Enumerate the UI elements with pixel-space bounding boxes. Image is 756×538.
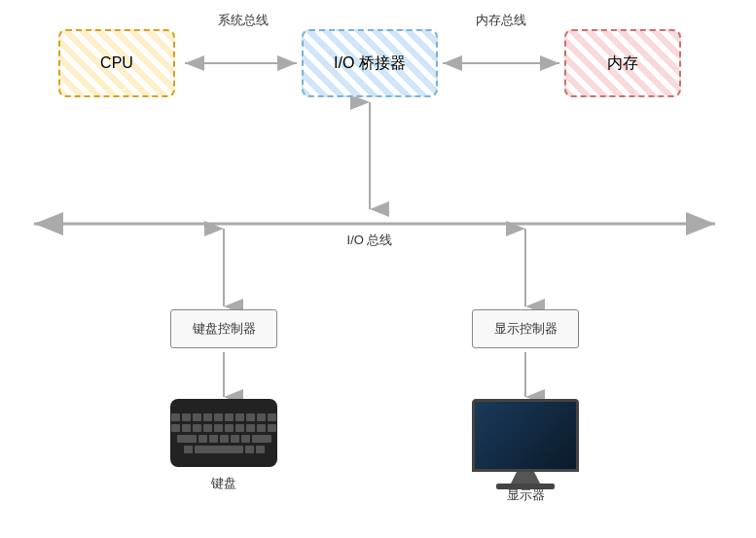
memory-label: 内存 <box>607 54 638 74</box>
io-bridge-label: I/O 桥接器 <box>334 54 406 74</box>
cpu-box: CPU <box>58 29 175 97</box>
diagram: CPU 系统总线 I/O 桥接器 内存总线 内存 I/O 总线 键盘控制器 显示… <box>0 0 756 538</box>
monitor-screen <box>472 399 579 472</box>
system-bus-label: 系统总线 <box>185 12 302 29</box>
io-bus-label: I/O 总线 <box>292 232 448 249</box>
monitor-stand <box>511 472 540 484</box>
io-bridge-box: I/O 桥接器 <box>302 29 438 97</box>
keyboard-icon <box>170 399 277 467</box>
monitor-device-label: 显示器 <box>472 486 579 504</box>
cpu-label: CPU <box>100 54 133 72</box>
monitor-icon <box>472 399 579 489</box>
memory-bus-label: 内存总线 <box>443 12 559 29</box>
keyboard-device-label: 键盘 <box>170 475 277 492</box>
memory-box: 内存 <box>564 29 681 97</box>
display-controller-box: 显示控制器 <box>472 309 579 348</box>
display-controller-label: 显示控制器 <box>494 320 558 338</box>
keyboard-controller-box: 键盘控制器 <box>170 309 277 348</box>
keyboard-controller-label: 键盘控制器 <box>193 320 256 338</box>
